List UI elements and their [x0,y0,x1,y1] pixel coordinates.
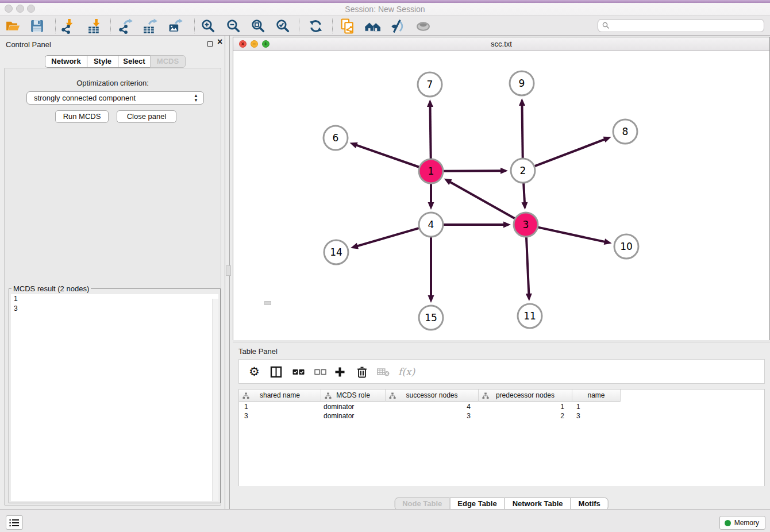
graph-node-15[interactable]: 15 [419,306,443,330]
table-cell[interactable]: dominator [321,411,386,421]
graph-node-14[interactable]: 14 [324,240,348,264]
graph-node-10[interactable]: 10 [614,234,638,259]
tab-network[interactable]: Network [45,55,87,68]
export-network-icon[interactable] [118,18,133,34]
graph-node-3[interactable]: 3 [514,213,538,237]
table-cell[interactable]: 1 [239,402,321,411]
graph-edge-3-11[interactable] [526,237,532,301]
export-table-icon[interactable] [143,18,158,34]
graph-edge-4-15[interactable] [428,237,434,303]
table-cell[interactable]: 3 [239,411,321,421]
network-window-titlebar[interactable]: × − + scc.txt [233,37,769,51]
zoom-in-icon[interactable] [201,18,216,34]
search-field[interactable] [598,19,764,32]
mcds-result-title: MCDS result (2 nodes) [11,284,91,293]
export-image-icon[interactable] [168,18,183,34]
tab-node-table[interactable]: Node Table [394,498,450,510]
node-label: 3 [523,219,529,230]
show-graphics-details-icon[interactable] [415,18,431,34]
delete-column-icon[interactable] [357,364,367,379]
graph-node-6[interactable]: 6 [324,126,348,150]
tab-select[interactable]: Select [118,55,151,68]
zoom-fit-content-icon[interactable] [251,18,266,34]
tab-style[interactable]: Style [87,55,118,68]
window-resize-grip[interactable] [264,301,271,305]
function-builder-icon: f(x) [398,364,415,379]
table-row[interactable]: 3dominator323 [239,411,764,421]
search-icon [602,22,610,29]
import-table-icon[interactable] [87,18,103,34]
graph-edge-2-8[interactable] [535,137,611,166]
add-column-icon[interactable] [334,364,345,379]
graph-edge-1-6[interactable] [350,142,419,167]
mcds-result-text[interactable]: 13 [11,294,218,501]
node-table-header: shared nameMCDS rolesuccessor nodesprede… [239,390,764,402]
graph-edge-1-4[interactable] [428,184,434,210]
criterion-dropdown-value: strongly connected component [34,94,136,102]
tab-network-table[interactable]: Network Table [505,498,571,510]
graph-edge-1-7[interactable] [427,99,433,159]
network-window-title: scc.txt [233,40,769,48]
table-cell[interactable]: 3 [572,411,621,421]
table-cell[interactable]: 2 [479,411,572,421]
table-cell[interactable]: 1 [572,402,621,411]
task-history-button[interactable] [6,515,23,530]
column-header-shared-name[interactable]: shared name [239,390,321,402]
select-all-rows-icon[interactable] [292,364,305,379]
graph-node-9[interactable]: 9 [510,71,534,95]
hide-graphics-details-icon[interactable] [390,18,405,34]
table-row[interactable]: 1dominator411 [239,402,764,411]
node-table[interactable]: shared nameMCDS rolesuccessor nodesprede… [238,389,765,486]
save-session-icon[interactable] [29,18,45,34]
close-panel-button[interactable]: Close panel [117,110,176,123]
graph-node-2[interactable]: 2 [511,159,535,183]
column-visibility-icon[interactable] [270,364,282,379]
column-header-successor-nodes[interactable]: successor nodes [386,390,479,402]
deselect-all-rows-icon[interactable] [314,364,326,379]
table-settings-icon[interactable]: ⚙ [249,364,260,379]
zoom-selected-icon[interactable] [275,18,291,34]
open-file-icon[interactable] [5,18,21,34]
import-network-icon[interactable] [60,18,76,34]
column-header-MCDS-role[interactable]: MCDS role [321,390,386,402]
node-label: 15 [425,312,437,323]
titlebar-accent-stripe [0,0,770,3]
criterion-dropdown[interactable]: strongly connected component ▲▼ [26,91,204,105]
run-mcds-button[interactable]: Run MCDS [55,110,109,123]
zoom-out-icon[interactable] [226,18,241,34]
tab-edge-table[interactable]: Edge Table [449,498,505,510]
graph-edge-3-1[interactable] [444,179,515,218]
refresh-view-icon[interactable] [308,18,324,34]
close-panel-icon[interactable]: × [217,37,222,47]
column-header-name[interactable]: name [572,390,621,402]
graph-edge-4-3[interactable] [444,222,511,228]
splitter-grip[interactable] [226,265,231,276]
network-canvas[interactable]: 7968124314101511 [233,51,769,340]
graph-edge-2-9[interactable] [519,98,525,158]
graph-edge-4-14[interactable] [351,228,419,249]
graph-node-1[interactable]: 1 [419,159,443,183]
graph-node-7[interactable]: 7 [418,72,442,97]
column-header-predecessor-nodes[interactable]: predecessor nodes [479,390,572,402]
table-cell[interactable]: 3 [386,411,479,421]
dropdown-stepper-icon: ▲▼ [194,94,198,103]
float-panel-icon[interactable] [207,41,213,47]
graph-node-4[interactable]: 4 [419,213,443,237]
table-cell[interactable]: 4 [386,402,479,411]
table-cell[interactable]: dominator [321,402,386,411]
graph-node-11[interactable]: 11 [518,304,542,328]
tab-motifs[interactable]: Motifs [571,498,609,510]
search-input[interactable] [613,20,760,31]
result-scrollbar[interactable] [212,299,218,501]
table-cell[interactable]: 1 [479,402,572,411]
graph-edge-3-10[interactable] [538,228,611,245]
graph-node-8[interactable]: 8 [613,119,637,144]
panel-splitter[interactable] [225,36,233,509]
memory-button[interactable]: Memory [719,516,765,530]
cybrowser-home-icon[interactable] [365,18,380,34]
graph-edge-1-2[interactable] [444,168,508,174]
node-label: 9 [519,78,525,89]
tab-mcds[interactable]: MCDS [150,55,186,68]
graph-edge-2-3[interactable] [521,183,528,210]
open-in-cybrowser-icon[interactable] [340,18,355,34]
